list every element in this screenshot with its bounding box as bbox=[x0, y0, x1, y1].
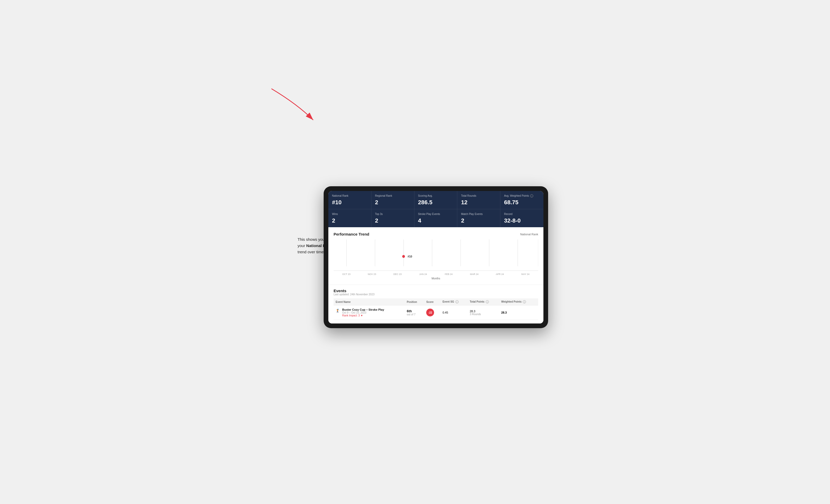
x-label-feb24: FEB 24 bbox=[436, 273, 461, 275]
stat-national-rank-label: National Rank bbox=[332, 194, 368, 198]
x-label-apr24: APR 24 bbox=[487, 273, 513, 275]
table-row: 🏌️ Buster Cozy Cup – Stroke Play Oct 9 –… bbox=[333, 305, 538, 320]
events-section: Events Last updated: 24th November 2023 … bbox=[328, 284, 543, 324]
chart-svg: #10 bbox=[333, 239, 538, 271]
annotation-line3: trend over time bbox=[297, 250, 324, 254]
event-type-icon: 🏌️ bbox=[336, 309, 340, 313]
stat-regional-rank-label: Regional Rank bbox=[375, 194, 411, 198]
tablet-screen: National Rank #10 Regional Rank 2 Scorin… bbox=[328, 191, 543, 324]
performance-label: National Rank bbox=[520, 233, 538, 236]
performance-section: Performance Trend National Rank bbox=[328, 227, 543, 284]
tablet-frame: National Rank #10 Regional Rank 2 Scorin… bbox=[324, 186, 548, 328]
total-points-rounds: 3 Rounds bbox=[470, 313, 497, 316]
event-score: -22 bbox=[424, 305, 440, 320]
score-badge: -22 bbox=[426, 309, 434, 316]
stat-match-play-value: 2 bbox=[461, 217, 497, 224]
col-event-sg: Event SG i bbox=[440, 298, 468, 305]
stat-stroke-play-value: 4 bbox=[418, 217, 454, 224]
position-text: 6th bbox=[407, 309, 422, 313]
weighted-points-info-icon: i bbox=[523, 300, 526, 303]
stat-top3s-label: Top 3s bbox=[375, 212, 411, 216]
stat-top3s: Top 3s 2 bbox=[372, 209, 414, 227]
annotation-arrow bbox=[219, 83, 324, 130]
info-icon: i bbox=[530, 194, 533, 198]
chart-container: #10 bbox=[333, 239, 538, 271]
event-date: Oct 9 – Oct 10, 2023 bbox=[342, 311, 384, 314]
weighted-points-value: 28.3 bbox=[499, 305, 538, 320]
events-title: Events bbox=[333, 289, 538, 293]
stat-avg-weighted-points: Avg. Weighted Points i 68.75 bbox=[500, 191, 543, 209]
event-name: Buster Cozy Cup – Stroke Play bbox=[342, 308, 384, 311]
stat-record-label: Record bbox=[504, 212, 540, 216]
event-rank-impact: Rank Impact: 3 ▼ bbox=[342, 314, 384, 317]
stat-stroke-play-events: Stroke Play Events 4 bbox=[414, 209, 457, 227]
chart-rank-label: #10 bbox=[408, 255, 412, 258]
events-table: Event Name Position Score Event SG i Tot… bbox=[333, 298, 538, 320]
chart-x-labels: OCT 23 NOV 23 DEC 23 JAN 24 FEB 24 MAR 2… bbox=[333, 272, 538, 276]
stat-national-rank-value: #10 bbox=[332, 199, 368, 206]
event-sg-value: 0.45 bbox=[440, 305, 468, 320]
stat-match-play-label: Match Play Events bbox=[461, 212, 497, 216]
stat-scoring-avg-label: Scoring Avg. bbox=[418, 194, 454, 198]
stat-total-rounds-label: Total Rounds bbox=[461, 194, 497, 198]
stats-row1: National Rank #10 Regional Rank 2 Scorin… bbox=[328, 191, 543, 209]
stat-total-rounds: Total Rounds 12 bbox=[457, 191, 500, 209]
stat-regional-rank: Regional Rank 2 bbox=[372, 191, 414, 209]
performance-header: Performance Trend National Rank bbox=[333, 232, 538, 236]
x-label-dec23: DEC 23 bbox=[385, 273, 410, 275]
events-table-header: Event Name Position Score Event SG i Tot… bbox=[333, 298, 538, 305]
col-weighted-points: Weighted Points i bbox=[499, 298, 538, 305]
performance-title: Performance Trend bbox=[333, 232, 369, 236]
stat-avg-weighted-value: 68.75 bbox=[504, 199, 540, 206]
x-label-oct23: OCT 23 bbox=[333, 273, 359, 275]
stat-record-value: 32-8-0 bbox=[504, 217, 540, 224]
stat-regional-rank-value: 2 bbox=[375, 199, 411, 206]
stat-wins-label: Wins bbox=[332, 212, 368, 216]
stats-row2: Wins 2 Top 3s 2 Stroke Play Events 4 M bbox=[328, 209, 543, 227]
total-points-info-icon: i bbox=[486, 300, 489, 303]
total-points-number: 28.3 bbox=[470, 310, 497, 313]
stat-stroke-play-label: Stroke Play Events bbox=[418, 212, 454, 216]
stat-avg-weighted-label: Avg. Weighted Points i bbox=[504, 194, 540, 198]
chart-dot bbox=[402, 255, 405, 258]
stat-total-rounds-value: 12 bbox=[461, 199, 497, 206]
stat-match-play-events: Match Play Events 2 bbox=[457, 209, 500, 227]
events-last-updated: Last updated: 24th November 2023 bbox=[333, 293, 538, 296]
stat-record: Record 32-8-0 bbox=[500, 209, 543, 227]
chart-x-axis-title: Months bbox=[333, 276, 538, 282]
event-name-cell: 🏌️ Buster Cozy Cup – Stroke Play Oct 9 –… bbox=[333, 305, 405, 320]
stat-scoring-avg-value: 286.5 bbox=[418, 199, 454, 206]
col-event-name: Event Name bbox=[333, 298, 405, 305]
x-label-may24: MAY 24 bbox=[513, 273, 538, 275]
content-wrapper: National Rank #10 Regional Rank 2 Scorin… bbox=[328, 191, 543, 324]
col-score: Score bbox=[424, 298, 440, 305]
stat-scoring-avg: Scoring Avg. 286.5 bbox=[414, 191, 457, 209]
position-sub: out of 7 bbox=[407, 313, 422, 316]
annotation-line1: This shows you bbox=[297, 237, 324, 242]
x-label-mar24: MAR 24 bbox=[461, 273, 487, 275]
annotation-line2-prefix: your bbox=[297, 243, 306, 248]
event-sg-info-icon: i bbox=[455, 300, 458, 303]
stat-national-rank: National Rank #10 bbox=[328, 191, 372, 209]
stat-wins: Wins 2 bbox=[328, 209, 372, 227]
x-label-nov23: NOV 23 bbox=[359, 273, 385, 275]
event-details: Buster Cozy Cup – Stroke Play Oct 9 – Oc… bbox=[342, 308, 384, 317]
col-position: Position bbox=[405, 298, 424, 305]
col-total-points: Total Points i bbox=[468, 298, 499, 305]
stat-wins-value: 2 bbox=[332, 217, 368, 224]
event-position: 6th out of 7 bbox=[405, 305, 424, 320]
stat-top3s-value: 2 bbox=[375, 217, 411, 224]
x-label-jan24: JAN 24 bbox=[410, 273, 436, 275]
total-points-value: 28.3 3 Rounds bbox=[468, 305, 499, 320]
